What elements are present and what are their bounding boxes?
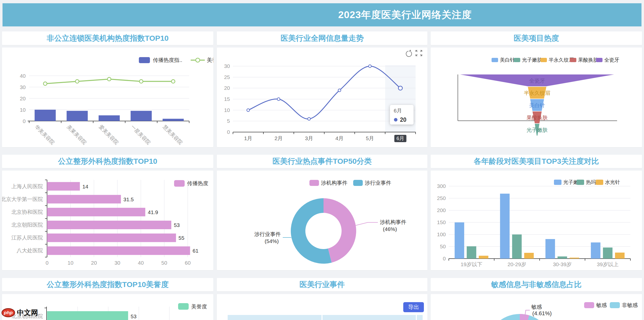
info-trend-line-chart[interactable]: 0510152025301月2月3月4月5月6月6月20 <box>217 48 427 147</box>
banner: 2023年度医美行业网络关注度 <box>3 3 641 26</box>
line-marker <box>398 86 403 90</box>
x-axis-label: 19岁以下 <box>461 261 482 267</box>
table-header-cell <box>417 315 423 320</box>
pie-label: 涉机构事件 <box>380 219 406 225</box>
svg-text:美白针: 美白针 <box>500 57 515 63</box>
pie-slice[interactable] <box>520 314 529 320</box>
x-axis-label: 30-39岁 <box>553 261 572 267</box>
bar-series[interactable] <box>455 194 625 259</box>
category-label: 北京协和医院 <box>11 209 43 215</box>
legend-swatch <box>178 303 189 310</box>
legend[interactable]: 美白针光子嫩肤半永久纹眉果酸换肤全瓷牙 <box>492 57 619 63</box>
sensitive-ratio-pie-chart[interactable]: 敏感(4.61%)敏感非敏感 <box>431 294 642 320</box>
bar <box>47 233 176 242</box>
legend-swatch <box>554 180 561 185</box>
project-heat-chart-card[interactable]: 美白针光子嫩肤半永久纹眉果酸换肤全瓷牙全瓷牙半永久纹眉美白针果酸换肤光子嫩肤 <box>431 48 642 147</box>
category-label: 八大处医院 <box>17 248 43 253</box>
age-compare-chart-card[interactable]: 05010015020025030019岁以下20-29岁30-39岁39岁以上… <box>431 171 642 270</box>
x-axis-label: 慧美美容院 <box>162 124 184 146</box>
value-label: 31.5 <box>124 196 134 202</box>
php-site-watermark: php 中文网 <box>2 308 38 317</box>
panel-title-project-heat: 医美项目热度 <box>431 31 642 45</box>
sensitive-ratio-chart-card[interactable]: 敏感(4.61%)敏感非敏感 <box>431 294 642 320</box>
x-axis-label: 爱美美容院 <box>98 124 119 145</box>
line-marker <box>338 89 341 92</box>
svg-text:非敏感: 非敏感 <box>622 302 638 308</box>
fullscreen-icon[interactable] <box>416 50 422 56</box>
line-marker <box>369 65 371 68</box>
legend[interactable]: 美誉度 <box>178 303 207 310</box>
legend-swatch <box>577 180 584 185</box>
pie-label: 涉行业事件 <box>254 231 281 237</box>
restore-icon[interactable] <box>406 50 412 57</box>
x-axis-label: 4月 <box>335 135 344 141</box>
bar <box>47 195 121 204</box>
bar-series[interactable] <box>47 182 190 255</box>
hot-events-donut-chart[interactable]: 涉机构事件(46%)涉行业事件(54%)涉机构事件涉行业事件 <box>217 171 427 270</box>
x-axis-label: 20-29岁 <box>507 261 526 267</box>
age-compare-grouped-bar-chart[interactable]: 05010015020025030019岁以下20-29岁30-39岁39岁以上… <box>431 171 642 270</box>
x-axis-label: 1月 <box>244 135 252 141</box>
line-marker <box>171 80 175 83</box>
bar[interactable] <box>47 311 128 320</box>
svg-text:150: 150 <box>437 219 446 225</box>
legend-swatch <box>514 58 520 62</box>
funnel-series[interactable]: 全瓷牙半永久纹眉美白针果酸换肤光子嫩肤 <box>460 74 614 136</box>
bar <box>557 256 567 259</box>
info-trend-chart-card[interactable]: 0510152025301月2月3月4月5月6月6月20 <box>217 48 427 147</box>
x-axis-label: 3月 <box>305 135 313 141</box>
nonpublic-orgs-combo-chart[interactable]: 010203040华美美容院美莱美容院爱美美容院一星美容院慧美美容院传播热度指.… <box>2 48 213 147</box>
bar <box>591 243 600 259</box>
svg-text:200: 200 <box>437 207 446 213</box>
panel-title-text: 非公立连锁医美机构热度指数TOP10 <box>47 33 169 44</box>
bar-series[interactable] <box>35 110 184 121</box>
legend[interactable]: 传播热度指..美誉度 <box>139 57 213 63</box>
public-hospitals-chart-card[interactable]: 0102030405060上海人民医院14北京大学第一医院31.5北京协和医院4… <box>2 171 213 270</box>
legend-swatch <box>309 180 319 186</box>
line-marker <box>107 77 111 81</box>
svg-text:果酸换肤: 果酸换肤 <box>578 57 598 63</box>
svg-text:传播热度指..: 传播热度指.. <box>153 57 182 63</box>
panel-title-text: 公立整形外科热度指数TOP10美誉度 <box>47 279 169 290</box>
svg-text:0: 0 <box>23 118 26 124</box>
funnel-label: 全瓷牙 <box>529 78 545 84</box>
svg-text:0: 0 <box>227 129 230 135</box>
svg-text:20: 20 <box>20 96 26 101</box>
svg-text:传播热度: 传播热度 <box>187 180 208 186</box>
legend-swatch <box>492 58 498 62</box>
public-hospitals-hbar-chart[interactable]: 0102030405060上海人民医院14北京大学第一医院31.5北京协和医院4… <box>2 171 213 270</box>
bar <box>467 246 476 259</box>
pie-series[interactable] <box>291 198 356 264</box>
legend[interactable]: 光子嫩肤热玛吉水光针 <box>554 179 620 185</box>
nonpublic-orgs-chart-card[interactable]: 010203040华美美容院美莱美容院爱美美容院一星美容院慧美美容院传播热度指.… <box>2 48 213 147</box>
legend[interactable]: 敏感非敏感 <box>584 302 638 308</box>
svg-text:250: 250 <box>437 195 446 201</box>
legend-swatch <box>596 180 603 185</box>
x-axis-label: 华美美容院 <box>34 124 56 145</box>
project-heat-funnel-chart[interactable]: 美白针光子嫩肤半永久纹眉果酸换肤全瓷牙全瓷牙半永久纹眉美白针果酸换肤光子嫩肤 <box>431 48 642 147</box>
category-label: 上海人民医院 <box>11 183 43 189</box>
svg-text:5: 5 <box>227 118 230 124</box>
export-button[interactable]: 导出 <box>403 302 424 312</box>
table-header-cell <box>228 315 321 320</box>
legend[interactable]: 涉机构事件涉行业事件 <box>309 180 391 186</box>
svg-text:30: 30 <box>20 84 26 90</box>
panel-title-sensitive-ratio: 敏感信息与非敏感信息占比 <box>431 278 642 291</box>
panel-title-text: 医美项目热度 <box>514 33 559 44</box>
svg-text:15: 15 <box>224 96 230 102</box>
watermark-text: 中文网 <box>17 308 38 317</box>
hot-events-chart-card[interactable]: 涉机构事件(46%)涉行业事件(54%)涉机构事件涉行业事件 <box>217 171 427 270</box>
industry-events-table-card: 导出 <box>217 294 427 320</box>
bar <box>603 248 613 259</box>
svg-text:0: 0 <box>443 256 446 261</box>
svg-text:50: 50 <box>440 244 446 249</box>
category-label: 北京朝阳医院 <box>11 222 43 228</box>
panel-title-text: 医美行业事件 <box>300 279 345 290</box>
bar <box>615 253 625 259</box>
panel-title-text: 敏感信息与非敏感信息占比 <box>491 279 582 290</box>
legend[interactable]: 传播热度 <box>174 180 208 187</box>
value-label: 55 <box>179 235 184 241</box>
bar <box>99 115 120 121</box>
svg-text:(54%): (54%) <box>265 238 279 244</box>
bar <box>545 239 555 259</box>
